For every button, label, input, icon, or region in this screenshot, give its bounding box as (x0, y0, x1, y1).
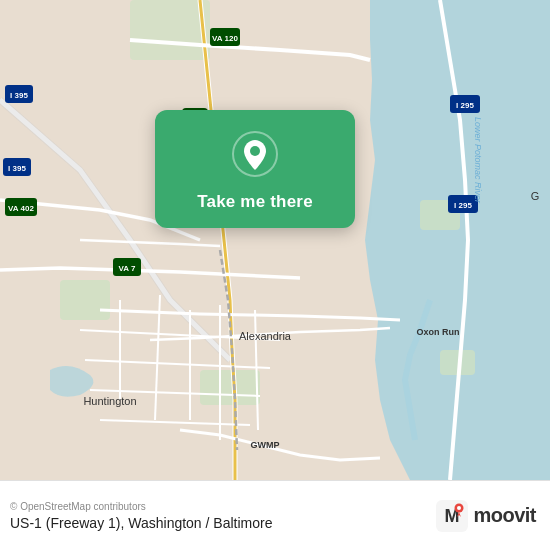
map-container: I 395 I 395 VA 120 US 1 VA 402 VA 7 I 29… (0, 0, 550, 480)
bottom-bar: © OpenStreetMap contributors US-1 (Freew… (0, 480, 550, 550)
svg-rect-5 (130, 0, 210, 60)
route-title: US-1 (Freeway 1), Washington / Baltimore (10, 515, 272, 531)
svg-text:Huntington: Huntington (83, 395, 136, 407)
location-icon-container (229, 128, 281, 180)
svg-text:Oxon Run: Oxon Run (417, 327, 460, 337)
svg-text:I 295: I 295 (456, 101, 474, 110)
svg-text:VA 120: VA 120 (212, 34, 238, 43)
svg-point-38 (250, 146, 260, 156)
svg-text:I 395: I 395 (10, 91, 28, 100)
moovit-text: moovit (473, 504, 536, 527)
svg-text:VA 402: VA 402 (8, 204, 34, 213)
map-background: I 395 I 395 VA 120 US 1 VA 402 VA 7 I 29… (0, 0, 550, 480)
svg-text:VA 7: VA 7 (119, 264, 136, 273)
svg-rect-2 (200, 370, 260, 405)
svg-point-42 (457, 506, 461, 510)
svg-text:G: G (531, 190, 540, 202)
svg-text:I 295: I 295 (454, 201, 472, 210)
copyright-text: © OpenStreetMap contributors (10, 501, 272, 512)
svg-text:GWMP: GWMP (251, 440, 280, 450)
navigation-card: Take me there (155, 110, 355, 228)
svg-text:Alexandria: Alexandria (239, 330, 292, 342)
take-me-there-button[interactable]: Take me there (197, 190, 313, 214)
location-pin-icon (231, 130, 279, 178)
svg-text:Lower Potomac River: Lower Potomac River (473, 117, 483, 204)
svg-text:I 395: I 395 (8, 164, 26, 173)
moovit-brand-icon: M (436, 500, 468, 532)
bottom-info: © OpenStreetMap contributors US-1 (Freew… (10, 501, 272, 531)
moovit-logo: M moovit (436, 500, 536, 532)
svg-rect-1 (60, 280, 110, 320)
